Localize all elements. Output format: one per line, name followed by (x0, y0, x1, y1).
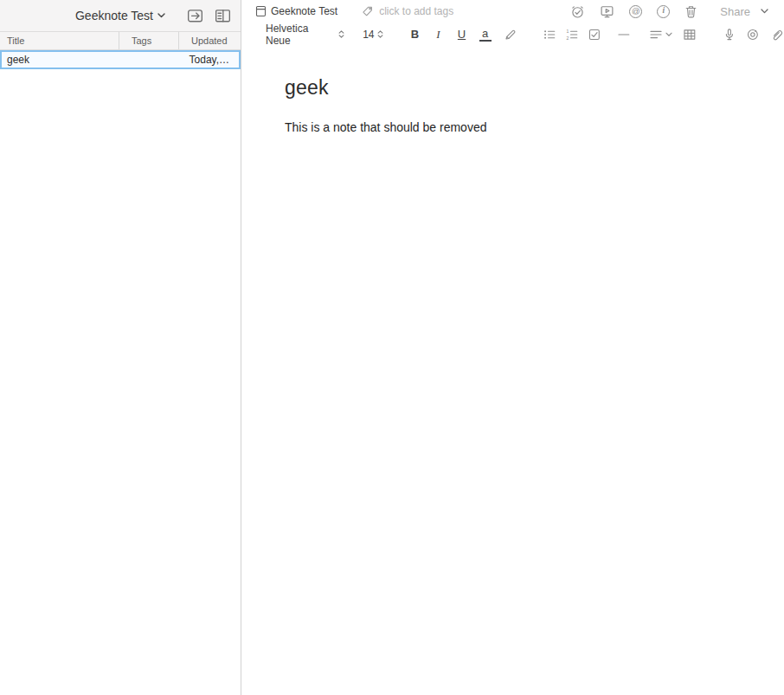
share-chevron-down-icon (761, 9, 768, 14)
note-list-row[interactable]: geek Today,… (0, 50, 241, 69)
chevron-down-icon (665, 32, 672, 37)
insert-table-button[interactable] (683, 28, 697, 42)
numbered-list-button[interactable]: 12 (565, 28, 579, 42)
toggle-view-icon (215, 9, 231, 23)
font-family-value[interactable]: Helvetica Neue (266, 23, 335, 47)
note-list-columns: Title Tags Updated (0, 32, 241, 50)
column-header-title[interactable]: Title (0, 32, 119, 49)
column-header-updated[interactable]: Updated (179, 32, 241, 49)
checkbox-icon (588, 28, 601, 42)
highlighter-icon (504, 28, 517, 42)
app-window: Geeknote Test Title Tags Updated geek To… (0, 0, 784, 695)
note-info-bar: Geeknote Test click to add tags @ i (241, 0, 784, 20)
note-list-header-actions (187, 9, 231, 23)
camera-icon (746, 28, 760, 42)
note-body-text[interactable]: This is a note that should be removed (285, 120, 749, 134)
tags-input[interactable]: click to add tags (362, 5, 453, 17)
numbered-list-icon: 12 (565, 28, 579, 42)
note-content-area[interactable]: geek This is a note that should be remov… (241, 48, 784, 695)
note-editor-panel: Geeknote Test click to add tags @ i (241, 0, 784, 695)
share-label: Share (720, 5, 750, 18)
svg-text:2: 2 (567, 35, 569, 40)
notebook-reference[interactable]: Geeknote Test (255, 5, 337, 17)
formatting-toolbar: Helvetica Neue 14 B I U a 12 (241, 20, 784, 48)
trash-icon (684, 4, 697, 19)
column-header-tags[interactable]: Tags (119, 32, 179, 49)
at-mention-button[interactable]: @ (629, 5, 642, 18)
delete-note-button[interactable] (684, 4, 697, 19)
note-list-panel: Geeknote Test Title Tags Updated geek To… (0, 0, 241, 695)
note-list-header: Geeknote Test (0, 0, 241, 32)
new-note-button[interactable] (187, 9, 203, 23)
horizontal-rule-icon (617, 28, 631, 42)
note-row-updated: Today,… (179, 54, 239, 66)
tag-icon (362, 5, 373, 17)
stepper-icon (376, 29, 385, 40)
present-icon (600, 4, 614, 19)
chevron-down-icon (157, 13, 165, 18)
tags-placeholder: click to add tags (379, 5, 453, 17)
bullet-list-button[interactable] (543, 28, 556, 42)
font-color-button[interactable]: a (479, 28, 492, 42)
svg-text:1: 1 (567, 29, 569, 34)
notebook-selector[interactable]: Geeknote Test (75, 9, 165, 23)
font-size-value[interactable]: 14 (363, 29, 374, 41)
microphone-icon (723, 28, 736, 42)
font-family-stepper[interactable] (335, 29, 347, 40)
take-photo-button[interactable] (746, 28, 760, 42)
reminder-icon (570, 4, 585, 19)
italic-button[interactable]: I (433, 29, 445, 40)
toggle-view-button[interactable] (215, 9, 231, 23)
bold-button[interactable]: B (409, 29, 421, 40)
checklist-button[interactable] (588, 28, 601, 42)
record-audio-button[interactable] (723, 28, 736, 42)
underline-button[interactable]: U (456, 29, 468, 40)
reminder-button[interactable] (570, 4, 585, 19)
info-button[interactable]: i (657, 5, 670, 18)
stepper-icon (337, 29, 346, 40)
align-left-icon (649, 28, 663, 42)
horizontal-rule-button[interactable] (617, 28, 631, 42)
new-note-icon (187, 9, 203, 23)
highlight-button[interactable] (504, 28, 517, 42)
notebook-reference-label: Geeknote Test (271, 5, 337, 17)
at-mention-icon: @ (629, 5, 642, 18)
bullet-list-icon (543, 28, 556, 42)
note-actions: @ i (570, 4, 697, 19)
share-menu[interactable]: Share (720, 5, 768, 18)
attach-file-button[interactable] (770, 28, 784, 42)
notebook-selector-label: Geeknote Test (75, 9, 153, 23)
info-icon: i (657, 5, 670, 18)
present-button[interactable] (600, 4, 614, 19)
font-size-stepper[interactable] (375, 29, 387, 40)
attachment-icon (770, 28, 784, 42)
table-icon (683, 28, 697, 42)
note-title[interactable]: geek (285, 76, 749, 100)
note-row-title: geek (2, 54, 119, 66)
alignment-button[interactable] (649, 28, 672, 42)
notebook-icon (255, 5, 267, 17)
note-list-empty-area (0, 69, 241, 695)
